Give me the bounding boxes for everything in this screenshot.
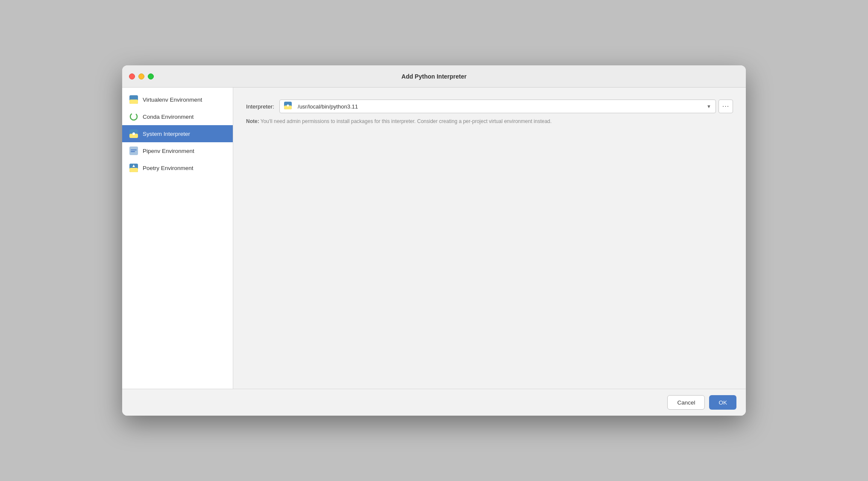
ok-button[interactable]: OK — [709, 395, 736, 410]
interpreter-dropdown-wrapper: /usr/local/bin/python3.11 ▼ ··· — [279, 100, 733, 113]
more-dots-label: ··· — [722, 103, 729, 110]
svg-point-5 — [132, 132, 135, 135]
cancel-button[interactable]: Cancel — [667, 395, 705, 410]
svg-point-14 — [287, 105, 289, 107]
sidebar-item-system[interactable]: System Interpreter — [122, 125, 233, 142]
python-path-icon — [284, 102, 294, 111]
sidebar-item-poetry-label: Poetry Environment — [143, 165, 194, 171]
conda-icon — [129, 112, 138, 121]
system-interpreter-icon — [129, 129, 138, 138]
titlebar: Add Python Interpreter — [122, 65, 746, 88]
svg-rect-8 — [131, 151, 135, 152]
sidebar-item-poetry[interactable]: Poetry Environment — [122, 159, 233, 176]
sidebar-item-conda-label: Conda Environment — [143, 114, 194, 120]
interpreter-path-text: /usr/local/bin/python3.11 — [298, 103, 704, 110]
maximize-button[interactable] — [148, 73, 154, 79]
sidebar-item-conda[interactable]: Conda Environment — [122, 108, 233, 125]
main-content: Interpreter: /usr/local/bin/python3.11 ▼ — [233, 88, 746, 389]
sidebar-item-system-label: System Interpreter — [143, 131, 190, 137]
minimize-button[interactable] — [138, 73, 144, 79]
virtualenv-icon — [129, 95, 138, 104]
poetry-icon — [129, 163, 138, 173]
interpreter-dropdown[interactable]: /usr/local/bin/python3.11 ▼ — [279, 100, 716, 113]
dialog-title: Add Python Interpreter — [402, 73, 466, 80]
note-bold: Note: — [246, 118, 259, 124]
sidebar-item-pipenv-label: Pipenv Environment — [143, 148, 194, 154]
dialog-footer: Cancel OK — [122, 389, 746, 416]
traffic-lights — [129, 73, 154, 79]
svg-rect-1 — [129, 100, 138, 104]
sidebar: Virtualenv Environment Conda Environment — [122, 88, 233, 389]
dialog-body: Virtualenv Environment Conda Environment — [122, 88, 746, 389]
svg-rect-10 — [129, 168, 138, 172]
sidebar-item-virtualenv-label: Virtualenv Environment — [143, 97, 202, 103]
pipenv-icon — [129, 146, 138, 155]
interpreter-label: Interpreter: — [246, 103, 274, 110]
sidebar-item-virtualenv[interactable]: Virtualenv Environment — [122, 91, 233, 108]
note-text: Note: You'll need admin permissions to i… — [246, 117, 733, 125]
interpreter-more-button[interactable]: ··· — [718, 100, 733, 113]
svg-rect-6 — [129, 147, 138, 155]
svg-point-2 — [130, 113, 137, 120]
add-python-interpreter-dialog: Add Python Interpreter Virtualenv Enviro… — [122, 65, 746, 416]
close-button[interactable] — [129, 73, 135, 79]
interpreter-row: Interpreter: /usr/local/bin/python3.11 ▼ — [246, 100, 733, 113]
dropdown-arrow-icon: ▼ — [707, 104, 711, 109]
svg-rect-7 — [131, 150, 137, 150]
sidebar-item-pipenv[interactable]: Pipenv Environment — [122, 142, 233, 159]
note-body: You'll need admin permissions to install… — [261, 118, 552, 124]
